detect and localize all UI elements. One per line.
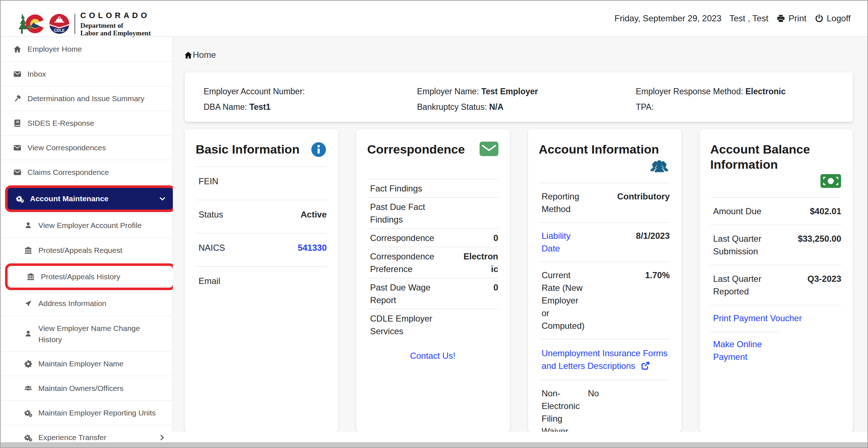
- sidebar-item-maintain-employer-reporting-units[interactable]: Maintain Employer Reporting Units: [1, 400, 173, 425]
- row-value: [462, 201, 498, 226]
- sidebar-item-label: Account Maintenance: [30, 194, 109, 203]
- row-label: Current Rate (New Employer or Computed): [539, 269, 588, 332]
- reporting-method-row: Reporting Method Contributory: [539, 183, 670, 222]
- fein-row: FEIN: [196, 167, 327, 200]
- book-icon: [13, 119, 22, 128]
- sidebar-item-employer-home[interactable]: Employer Home: [1, 37, 173, 61]
- field-value: Test1: [250, 102, 271, 112]
- sidebar-item-address-information[interactable]: Address Information: [1, 291, 173, 316]
- envelope-green-icon: [480, 142, 498, 156]
- envelope-icon: [13, 168, 22, 177]
- gavel-icon: [13, 94, 22, 103]
- sidebar-item-sides-e-response[interactable]: SIDES E-Response: [1, 111, 173, 135]
- field-label: DBA Name:: [204, 102, 247, 112]
- row-label: Past Due Fact Findings: [367, 201, 442, 226]
- sidebar-item-label: Protest/Appeals History: [41, 272, 120, 281]
- envelope-icon: [13, 143, 22, 152]
- horizontal-scrollbar[interactable]: [1, 442, 867, 447]
- external-link-icon: [641, 361, 650, 370]
- sidebar-item-inbox[interactable]: Inbox: [1, 61, 173, 86]
- dba-name-field: DBA Name: Test1: [204, 99, 417, 115]
- row-value: 0: [462, 281, 498, 306]
- sidebar-item-account-maintenance[interactable]: Account Maintenance: [8, 188, 173, 210]
- sidebar-item-protest-appeals-history[interactable]: Protest/Appeals History: [8, 266, 173, 288]
- brand-dept-line1: Department of: [80, 22, 151, 29]
- chevron-right-icon: [158, 434, 166, 441]
- users-icon: [24, 384, 33, 393]
- logoff-label: Logoff: [827, 13, 851, 23]
- sidebar-item-label: Experience Transfer: [38, 433, 106, 442]
- row-label: Correspondence Preference: [367, 250, 442, 275]
- sidebar-item-label: View Correspondences: [27, 143, 106, 152]
- brand-dept-line2: Labor and Employment: [80, 29, 151, 37]
- header-username: Test , Test: [729, 13, 769, 23]
- home-icon: [184, 51, 193, 60]
- employer-info-bar: Employer Account Number: DBA Name: Test1…: [185, 72, 853, 122]
- row-label: Last Quarter Submission: [710, 232, 775, 258]
- logoff-button[interactable]: Logoff: [814, 13, 851, 23]
- field-value: N/A: [489, 102, 503, 112]
- status-row: Status Active: [196, 200, 327, 233]
- contact-us-link[interactable]: Contact Us!: [410, 351, 455, 361]
- sidebar-item-label: SIDES E-Response: [27, 119, 94, 128]
- sidebar-item-claims-correspondence[interactable]: Claims Correspondence: [1, 160, 173, 184]
- row-value: Q3-2023: [808, 272, 841, 298]
- non-electronic-filing-waiver-row: Non-Electronic Filing Waiver No: [539, 380, 670, 432]
- cdle-badge-text: CDLE: [54, 28, 65, 33]
- sidebar-item-determination-issue-summary[interactable]: Determination and Issue Summary: [1, 86, 173, 111]
- breadcrumb-home[interactable]: Home: [184, 50, 216, 60]
- past-due-fact-findings-row: Past Due Fact Findings: [367, 197, 498, 228]
- field-label: Employer Account Number:: [204, 87, 305, 96]
- sidebar-item-maintain-employer-name[interactable]: Maintain Employer Name: [1, 351, 173, 376]
- sidebar-item-label: Claims Correspondence: [27, 168, 109, 177]
- sidebar-item-label: Protest/Appeals Request: [38, 246, 122, 255]
- user-icon: [24, 221, 33, 230]
- print-button[interactable]: Print: [776, 13, 806, 23]
- row-label: Reporting Method: [539, 190, 588, 215]
- breadcrumb-label: Home: [193, 50, 216, 60]
- fact-findings-row: Fact Findings: [367, 179, 498, 197]
- past-due-wage-report-row: Past Due Wage Report 0: [367, 278, 498, 309]
- row-label: Status: [196, 208, 223, 221]
- sidebar-item-maintain-owners-officers[interactable]: Maintain Owners/Officers: [1, 376, 173, 400]
- make-online-payment-link[interactable]: Make Online Payment: [713, 339, 762, 362]
- sidebar-item-label: View Employer Account Profile: [38, 221, 142, 230]
- info-circle-icon[interactable]: [311, 142, 327, 158]
- field-value: Test Employer: [481, 87, 538, 96]
- employer-name-field: Employer Name: Test Employer: [417, 84, 636, 99]
- row-label: Correspondence: [367, 232, 442, 244]
- last-quarter-submission-row: Last Quarter Submission $33,250.00: [710, 225, 841, 265]
- colorado-c-logo-icon: [17, 13, 47, 35]
- row-value: $33,250.00: [798, 232, 841, 258]
- sidebar-item-view-employer-account-profile[interactable]: View Employer Account Profile: [1, 213, 173, 238]
- row-label: Fact Findings: [367, 182, 442, 195]
- sidebar-item-label: Maintain Employer Name: [38, 359, 124, 368]
- location-arrow-icon: [24, 299, 33, 308]
- account-information-card: Account Information Reporting Method Con…: [528, 129, 681, 432]
- liability-date-link[interactable]: Liability Date: [539, 229, 588, 255]
- row-value: 8/1/2023: [636, 229, 669, 255]
- chevron-down-icon: [158, 195, 166, 203]
- row-value: Active: [301, 208, 327, 221]
- card-title: Correspondence: [367, 142, 465, 157]
- row-value: No: [588, 387, 599, 432]
- user-icon: [24, 329, 33, 338]
- logo-divider: [75, 14, 75, 34]
- main-content: Home Employer Account Number: DBA Name: …: [173, 37, 867, 432]
- print-label: Print: [788, 13, 806, 23]
- cog-icon: [24, 359, 33, 368]
- bank-icon: [24, 246, 33, 255]
- card-title: Account Information: [539, 142, 670, 157]
- row-value: [462, 182, 498, 195]
- sidebar-item-view-employer-name-change-history[interactable]: View Employer Name Change History: [1, 316, 173, 351]
- row-value: 0: [462, 232, 498, 244]
- row-label: Non-Electronic Filing Waiver: [539, 387, 588, 432]
- print-payment-voucher-link[interactable]: Print Payment Voucher: [713, 313, 802, 323]
- sidebar-item-protest-appeals-request[interactable]: Protest/Appeals Request: [1, 238, 173, 262]
- sidebar-item-view-correspondences[interactable]: View Correspondences: [1, 135, 173, 160]
- naics-link[interactable]: 541330: [298, 241, 327, 254]
- field-label: TPA:: [636, 102, 654, 112]
- basic-information-card: Basic Information FEIN Status Active NAI…: [185, 129, 338, 432]
- ui-forms-letters-link[interactable]: Unemployment Insurance Forms and Letters…: [539, 339, 670, 380]
- employer-response-method-field: Employer Response Method: Electronic: [636, 84, 853, 99]
